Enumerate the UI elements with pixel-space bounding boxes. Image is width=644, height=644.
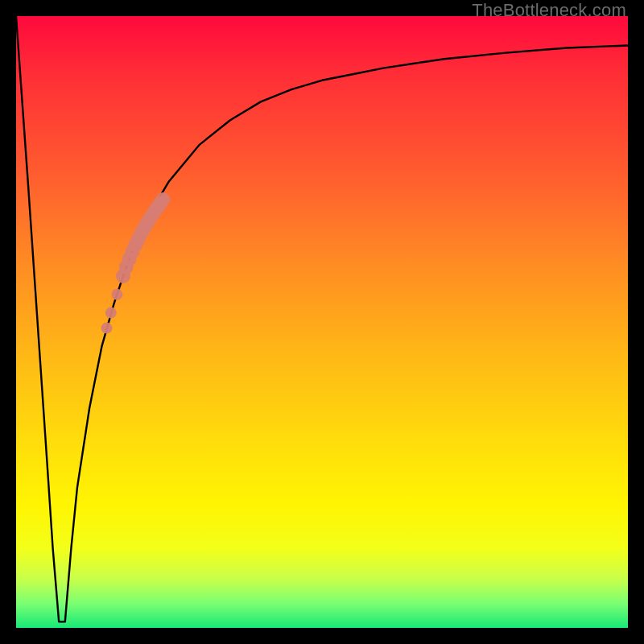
plot-area: [16, 16, 628, 628]
curve-marker: [101, 323, 113, 334]
curve-marker: [111, 289, 122, 300]
curve-layer: [16, 16, 628, 628]
chart-stage: TheBottleneck.com: [0, 0, 644, 644]
bottleneck-curve: [16, 16, 628, 621]
curve-marker: [105, 308, 117, 319]
curve-marker: [155, 192, 170, 207]
